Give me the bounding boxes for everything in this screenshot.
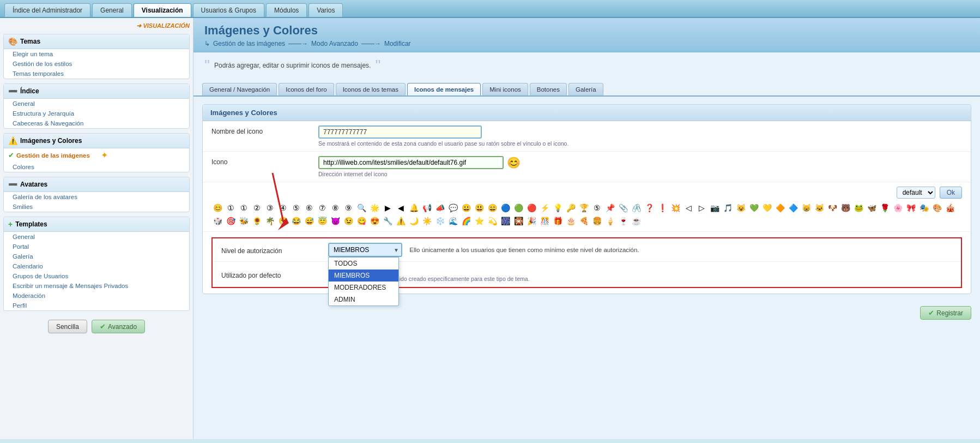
sidebar-item-moderacion[interactable]: Moderación [4, 291, 189, 301]
sidebar-item-grupos[interactable]: Grupos de Usuarios [4, 271, 189, 281]
smiley-67[interactable]: 😈 [329, 215, 341, 227]
sidebar-item-gestion-estilos[interactable]: Gestión de los estilos [4, 59, 189, 69]
sidebar-item-perfil[interactable]: Perfil [4, 301, 189, 310]
smiley-68[interactable]: 😉 [342, 215, 354, 227]
smiley-56[interactable]: 🎨 [931, 202, 943, 214]
smiley-4[interactable]: ② [251, 202, 263, 214]
smiley-60[interactable]: 🐝 [238, 215, 250, 227]
smiley-26[interactable]: ⚡ [539, 202, 551, 214]
smiley-13[interactable]: 🌟 [368, 202, 380, 214]
smiley-74[interactable]: ☀️ [421, 215, 433, 227]
smiley-32[interactable]: 📎 [617, 202, 629, 214]
smiley-75[interactable]: ❄️ [434, 215, 446, 227]
smiley-71[interactable]: 🔧 [382, 215, 394, 227]
smiley-86[interactable]: 🍕 [578, 215, 590, 227]
sidebar-section-title-templates[interactable]: + Templates [4, 217, 189, 232]
smiley-65[interactable]: 😅 [303, 215, 315, 227]
sidebar-item-cabeceras[interactable]: Cabeceras & Navegación [4, 118, 189, 128]
smiley-11[interactable]: ⑨ [342, 202, 354, 214]
sub-tab-botones[interactable]: Botones [530, 83, 567, 95]
sidebar-item-general[interactable]: General [4, 99, 189, 109]
dropdown-option-miembros[interactable]: MIEMBROS [329, 270, 398, 282]
smiley-18[interactable]: 📣 [434, 202, 446, 214]
sub-tab-iconos-foro[interactable]: Iconos del foro [279, 83, 334, 95]
autorizacion-select[interactable]: TODOS MIEMBROS MODERADORES ADMIN [328, 243, 402, 257]
avanzado-button[interactable]: ✔ Avanzado [92, 320, 145, 333]
sidebar-item-gestion-imagenes[interactable]: Gestión de las imágenes [16, 151, 99, 160]
breadcrumb-link-modificar[interactable]: Modificar [384, 40, 411, 47]
smiley-17[interactable]: 📢 [421, 202, 433, 214]
smiley-62[interactable]: 🌴 [264, 215, 276, 227]
smiley-48[interactable]: 🐶 [826, 202, 838, 214]
smiley-21[interactable]: 😃 [473, 202, 485, 214]
smiley-9[interactable]: ⑦ [316, 202, 328, 214]
smiley-40[interactable]: 🎵 [722, 202, 734, 214]
smiley-45[interactable]: 🔷 [787, 202, 799, 214]
smiley-35[interactable]: ❗ [656, 202, 668, 214]
dropdown-option-todos[interactable]: TODOS [329, 258, 398, 270]
smiley-12[interactable]: 🔍 [355, 202, 367, 214]
smiley-7[interactable]: ⑤ [290, 202, 302, 214]
smiley-23[interactable]: 🔵 [499, 202, 511, 214]
sidebar-section-title-imagenes[interactable]: ⚠️ Imágenes y Colores [4, 134, 189, 148]
smiley-15[interactable]: ◀ [395, 202, 407, 214]
smiley-61[interactable]: 🌻 [251, 215, 263, 227]
smiley-64[interactable]: 😂 [290, 215, 302, 227]
smiley-70[interactable]: 😍 [368, 215, 380, 227]
smiley-27[interactable]: 💡 [552, 202, 564, 214]
breadcrumb-link-modo[interactable]: Modo Avanzado [311, 40, 358, 47]
smiley-30[interactable]: ⑤ [591, 202, 603, 214]
sidebar-item-smilies[interactable]: Smilies [4, 202, 189, 212]
smiley-16[interactable]: 🔔 [408, 202, 420, 214]
sidebar-item-galeria-avatares[interactable]: Galería de los avatares [4, 192, 189, 202]
sidebar-item-elegir-tema[interactable]: Elegir un tema [4, 49, 189, 59]
sidebar-section-title-temas[interactable]: 🎨 Temas [4, 34, 189, 49]
smiley-76[interactable]: 🌊 [447, 215, 459, 227]
smiley-33[interactable]: 🖇️ [630, 202, 642, 214]
smiley-31[interactable]: 📌 [604, 202, 616, 214]
sub-tab-mini-iconos[interactable]: Mini iconos [482, 83, 528, 95]
smiley-77[interactable]: 🌈 [460, 215, 472, 227]
smiley-81[interactable]: 🎇 [512, 215, 524, 227]
smiley-87[interactable]: 🍔 [591, 215, 603, 227]
smiley-80[interactable]: 🎆 [499, 215, 511, 227]
register-button[interactable]: ✔ Registrar [920, 306, 971, 320]
smiley-44[interactable]: 🔶 [774, 202, 786, 214]
sub-tab-general-nav[interactable]: General / Navegación [202, 83, 277, 95]
smiley-set-select[interactable]: default [897, 187, 935, 199]
smiley-34[interactable]: ❓ [643, 202, 655, 214]
smiley-47[interactable]: 🐱 [813, 202, 825, 214]
tab-visualizacion[interactable]: Visualización [134, 3, 191, 17]
sidebar-section-title-avatares[interactable]: ➖ Avatares [4, 177, 189, 192]
tab-general[interactable]: General [92, 3, 132, 17]
smiley-69[interactable]: 😋 [355, 215, 367, 227]
smiley-41[interactable]: 😺 [735, 202, 747, 214]
smiley-29[interactable]: 🏆 [578, 202, 590, 214]
breadcrumb-link-gestion[interactable]: Gestión de las imágenes [213, 40, 285, 47]
smiley-38[interactable]: ▷ [695, 202, 707, 214]
sencillo-button[interactable]: Sencilla [48, 320, 87, 333]
nombre-icono-input[interactable] [318, 125, 482, 139]
smiley-88[interactable]: 🍦 [604, 215, 616, 227]
dropdown-option-admin[interactable]: ADMIN [329, 294, 398, 306]
smiley-1[interactable]: 😊 [211, 202, 223, 214]
smiley-46[interactable]: 😸 [800, 202, 812, 214]
tab-varios[interactable]: Varios [308, 3, 343, 17]
smiley-2[interactable]: ① [225, 202, 237, 214]
smiley-78[interactable]: ⭐ [473, 215, 485, 227]
smiley-85[interactable]: 🎂 [565, 215, 577, 227]
smiley-50[interactable]: 🐸 [852, 202, 864, 214]
smiley-51[interactable]: 🦋 [866, 202, 878, 214]
icono-url-input[interactable] [318, 156, 504, 169]
sidebar-item-portal[interactable]: Portal [4, 242, 189, 252]
smiley-90[interactable]: ☕ [630, 215, 642, 227]
tab-indice[interactable]: Índice del Administrador [4, 3, 90, 17]
smiley-36[interactable]: 💥 [669, 202, 681, 214]
smiley-43[interactable]: 💛 [761, 202, 773, 214]
smiley-10[interactable]: ⑧ [329, 202, 341, 214]
sidebar-section-title-indice[interactable]: ➖ Índice [4, 84, 189, 99]
sidebar-item-estructura[interactable]: Estructura y Jerarquía [4, 109, 189, 118]
sub-tab-iconos-mensajes[interactable]: Iconos de mensajes [407, 83, 481, 95]
smiley-52[interactable]: 🌹 [879, 202, 891, 214]
smiley-14[interactable]: ▶ [382, 202, 394, 214]
